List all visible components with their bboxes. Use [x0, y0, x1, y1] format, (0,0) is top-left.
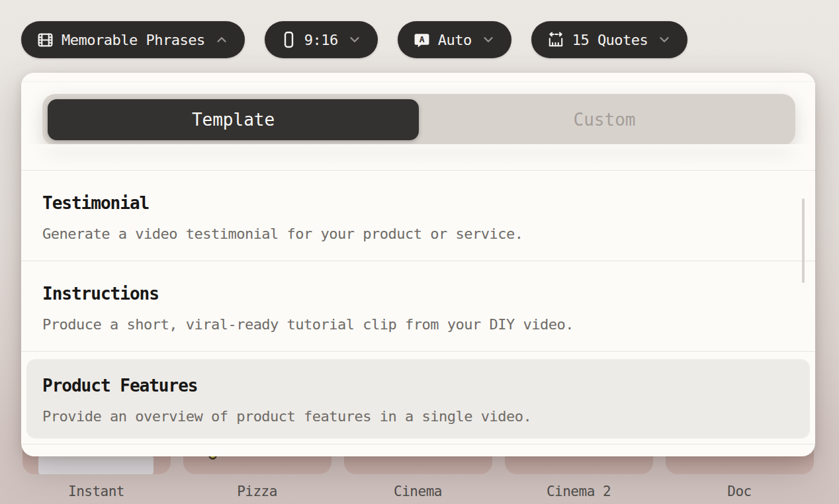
option-testimonial[interactable]: Testimonial Generate a video testimonial… [21, 170, 815, 261]
gallery-label-instant: Instant [16, 483, 177, 499]
toolbar: Memorable Phrases 9:16 [21, 21, 687, 58]
quote-count-button[interactable]: 15 Quotes [531, 21, 688, 58]
option-description: Produce a short, viral-ready tutorial cl… [42, 315, 794, 335]
gallery-label-cinema: Cinema [337, 483, 498, 499]
chevron-up-icon [214, 32, 229, 47]
template-custom-segmented-control: Template Custom [42, 94, 795, 146]
aspect-ratio-label: 9:16 [304, 32, 338, 48]
caption-style-button[interactable]: A Auto [398, 21, 511, 58]
quote-count-label: 15 Quotes [572, 32, 648, 48]
chevron-down-icon [657, 32, 672, 47]
chevron-down-icon [481, 32, 496, 47]
auto-caption-letter: A [419, 34, 424, 44]
option-description: Provide an overview of product features … [42, 407, 794, 427]
template-style-button[interactable]: Memorable Phrases [21, 21, 245, 58]
option-title: Product Features [42, 375, 794, 396]
film-icon [37, 32, 54, 48]
aspect-ratio-button[interactable]: 9:16 [265, 21, 378, 58]
option-description: Generate a video testimonial for your pr… [42, 224, 794, 244]
gallery-label-pizza: Pizza [177, 483, 337, 499]
gallery-label-doc: Doc [659, 483, 820, 499]
scroll-fade-gradient [21, 144, 815, 169]
option-instructions[interactable]: Instructions Produce a short, viral-read… [21, 261, 815, 351]
divider [21, 81, 815, 82]
scrollbar-thumb[interactable] [802, 198, 805, 283]
phone-portrait-icon [281, 31, 296, 48]
auto-caption-icon: A [414, 32, 430, 48]
option-product-features-highlighted[interactable]: Product Features Provide an overview of … [26, 359, 810, 439]
app-window: Memorable Phrases 9:16 [0, 0, 839, 504]
tab-template[interactable]: Template [48, 99, 419, 140]
template-style-label: Memorable Phrases [62, 32, 205, 48]
measure-icon [547, 31, 564, 48]
option-title: Testimonial [42, 192, 794, 214]
divider [21, 444, 815, 444]
option-title: Instructions [42, 283, 794, 304]
caption-style-label: Auto [438, 32, 472, 48]
template-dropdown-panel: Create a video ad for your product or se… [21, 73, 815, 456]
dropdown-sticky-header: Template Custom [21, 73, 815, 144]
thumbnail-preview-bar [38, 455, 154, 474]
tab-custom[interactable]: Custom [419, 99, 790, 140]
chevron-down-icon [347, 32, 362, 47]
divider [21, 351, 815, 352]
gallery-label-cinema-2: Cinema 2 [498, 483, 659, 499]
